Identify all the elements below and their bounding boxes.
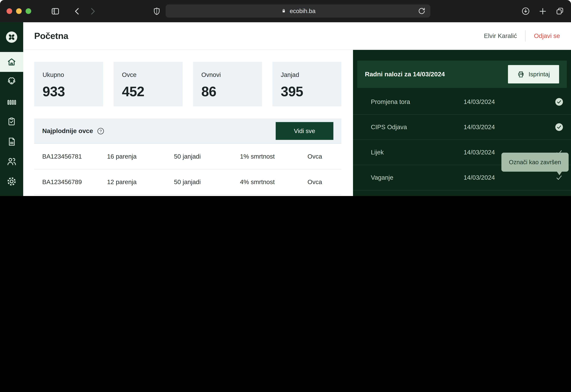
stat-card: Ukupno 933 [34,62,103,106]
stat-label: Janjad [281,71,333,78]
work-order-date: 14/03/2024 [464,174,553,181]
help-icon[interactable]: ? [97,127,104,135]
work-order-label: Lijek [371,149,464,156]
page-title: Početna [34,31,68,41]
table-row[interactable]: BA123456783 12 parenja 40 janjadi 4% smr… [34,195,341,196]
check-done-icon[interactable] [555,123,563,131]
gear-icon [6,176,17,187]
sheep-matings: 12 parenja [107,178,174,185]
close-window-button[interactable] [7,8,12,14]
top-sheep-title: Najplodnije ovce [42,127,93,135]
printer-icon [517,70,525,78]
view-all-sheep-button[interactable]: Vidi sve [276,122,333,140]
stat-label: Ovnovi [201,71,254,78]
print-button[interactable]: Isprintaj [508,65,559,84]
sidebar-item-home[interactable] [0,52,23,72]
work-order-label: Vaganje [371,174,464,181]
header-divider [525,30,526,42]
sheep-lambs: 50 janjadi [174,178,240,185]
user-name: Elvir Karalić [484,32,517,40]
svg-text:?: ? [100,129,102,133]
stat-label: Ovce [122,71,174,78]
lock-icon [280,8,287,14]
stat-value: 452 [122,84,174,99]
top-sheep-panel: Najplodnije ovce ? Vidi sve BA123456781 [34,118,341,196]
stat-value: 86 [201,84,254,99]
sheep-type: Ovca [307,153,333,160]
browser-window: ecobih.ba [0,0,571,196]
work-orders-list: Promjena tora 14/03/2024 [353,89,571,196]
sheep-matings: 16 parenja [107,153,174,160]
downloads-icon[interactable] [521,7,530,16]
work-order-row: CIPS Odjava 14/03/2024 [353,190,571,196]
sheep-lambs: 50 janjadi [174,153,240,160]
users-icon [6,156,17,167]
top-sheep-header: Najplodnije ovce ? Vidi sve [34,118,341,144]
logout-link[interactable]: Odjavi se [534,32,560,40]
check-done-icon[interactable] [555,98,563,106]
browser-chrome: ecobih.ba [0,0,571,22]
work-order-row: CIPS Odjava 14/03/2024 [353,115,571,140]
tab-overview-icon[interactable] [555,7,564,16]
stat-card: Ovce 452 [114,62,183,106]
stat-value: 395 [281,84,333,99]
clipboard-check-icon [7,117,17,127]
document-icon [7,137,17,147]
table-row[interactable]: BA123456789 12 parenja 50 janjadi 4% smr… [34,169,341,195]
url-text: ecobih.ba [290,8,316,14]
work-order-date: 14/03/2024 [464,98,553,105]
sidebar-item-pens[interactable] [0,92,23,112]
back-icon[interactable] [73,0,82,22]
work-order-row: Promjena tora 14/03/2024 [353,89,571,115]
sidebar-item-users[interactable] [0,152,23,171]
sheep-id: BA123456789 [42,178,107,185]
app-header: Početna Elvir Karalić Odjavi se [23,22,571,50]
sidebar-item-work-orders[interactable] [0,112,23,132]
work-order-date: 14/03/2024 [464,124,553,131]
work-order-label: CIPS Odjava [371,124,464,131]
privacy-shield-icon[interactable] [152,0,161,22]
reload-icon[interactable] [417,7,426,15]
sidebar-item-documents[interactable] [0,132,23,152]
sheep-mortality: 1% smrtnost [240,153,307,160]
app-logo [0,22,23,52]
sidebar-item-sheep[interactable] [0,72,23,92]
fence-icon [6,96,17,107]
home-icon [7,57,17,67]
forward-icon[interactable] [88,0,97,22]
main-content: Ukupno 933 Ovce 452 Ovnovi 86 [23,50,353,196]
sheep-icon [6,76,17,87]
top-sheep-table: BA123456781 16 parenja 50 janjadi 1% smr… [34,144,341,196]
stat-value: 933 [43,84,95,99]
sheep-type: Ovca [307,178,333,185]
clover-logo-icon [6,31,17,43]
minimize-window-button[interactable] [16,8,22,14]
url-bar[interactable]: ecobih.ba [166,4,430,17]
mark-complete-tooltip: Označi kao završen [501,153,569,172]
stat-card: Janjad 395 [272,62,341,106]
new-tab-icon[interactable] [538,7,547,15]
stat-label: Ukupno [43,71,95,78]
chrome-right-actions [521,0,564,22]
work-order-label: Promjena tora [371,98,464,105]
work-orders-header: Radni nalozi za 14/03/2024 Isprintaj [357,61,567,88]
sidebar-toggle-icon[interactable] [51,0,60,22]
sidebar-nav [0,52,23,191]
work-orders-panel: Radni nalozi za 14/03/2024 Isprintaj [353,50,571,196]
zoom-window-button[interactable] [26,8,31,14]
sidebar-item-settings[interactable] [0,171,23,191]
sheep-id: BA123456781 [42,153,107,160]
traffic-lights [7,0,31,22]
stat-card: Ovnovi 86 [193,62,262,106]
sidebar [0,22,23,196]
sheep-mortality: 4% smrtnost [240,178,307,185]
stats-row: Ukupno 933 Ovce 452 Ovnovi 86 [34,62,353,106]
table-row[interactable]: BA123456781 16 parenja 50 janjadi 1% smr… [34,144,341,169]
work-orders-title: Radni nalozi za 14/03/2024 [365,70,445,78]
